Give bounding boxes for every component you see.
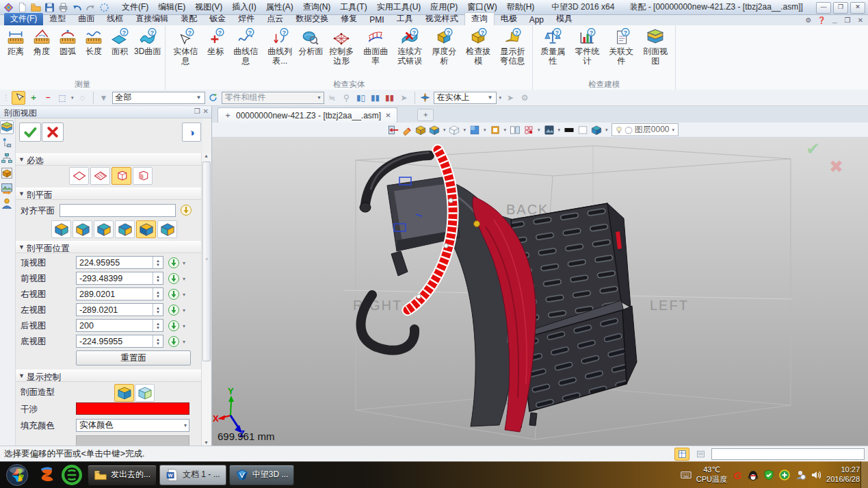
status-table-toggle-icon[interactable] (674, 448, 689, 461)
spinner-icon[interactable]: ▲▼ (153, 257, 163, 268)
eraser-icon[interactable] (402, 125, 412, 136)
fill-color-dropdown[interactable]: 实体颜色▾ (76, 419, 189, 432)
ribbon-tab-5[interactable]: 直接编辑 (129, 13, 174, 25)
view-manager-icon[interactable] (1, 167, 13, 179)
pick-offset-green-icon[interactable] (168, 257, 180, 269)
ribbon-button-query-area[interactable]: ?面积 (107, 27, 133, 56)
doc-close-icon[interactable]: ✕ (856, 16, 865, 25)
wireframe-mode-caret-icon[interactable]: ▾ (463, 127, 466, 133)
box-section-icon[interactable] (111, 167, 131, 185)
new-file-icon[interactable] (16, 2, 28, 13)
remove-selection-button[interactable]: － (42, 92, 54, 104)
ribbon-tab-2[interactable]: 造型 (43, 13, 72, 25)
tray-user-icon[interactable] (795, 470, 806, 480)
print-icon[interactable] (57, 2, 69, 13)
menu-item-9[interactable]: 应用(P) (425, 0, 462, 14)
section-required-header[interactable]: ▼必选 (16, 153, 202, 166)
save-icon[interactable] (44, 2, 55, 13)
pick-offset-green-icon[interactable] (168, 304, 180, 316)
add-selection-button[interactable]: ＋ (27, 92, 40, 104)
plane-preset-4-icon[interactable] (115, 220, 135, 238)
ribbon-tab-14[interactable]: 视觉样式 (419, 13, 464, 25)
exit-environment-icon[interactable] (388, 125, 399, 136)
ribbon-button-bend-info[interactable]: ?显示折弯信息 (495, 27, 529, 66)
ribbon-button-query-entity[interactable]: ?实体信息 (168, 27, 202, 66)
snap-compass-icon[interactable] (419, 92, 432, 104)
ribbon-button-part-stats[interactable]: ?零件统计 (570, 27, 604, 66)
scroll-up-icon[interactable]: ▲ (202, 153, 211, 158)
scroll-thumb[interactable]: ≡ (202, 162, 211, 361)
field-options-caret-icon[interactable]: ▾ (183, 276, 185, 282)
taskbar-button-word[interactable]: W文档 1 - ... (159, 465, 226, 485)
window-split-icon[interactable] (510, 125, 521, 136)
plane-offset-right-input[interactable]: 289.0201▲▼ (76, 287, 163, 300)
plane-preset-1-icon[interactable] (51, 220, 71, 238)
pick-plane-gold-icon[interactable] (180, 204, 192, 216)
layer-dropdown[interactable]: ◯图层0000▾ (611, 123, 679, 136)
shade-edges-icon[interactable] (429, 125, 440, 136)
ribbon-button-query-curve[interactable]: ?曲线信息 (228, 27, 263, 66)
ribbon-button-query-3dsurface[interactable]: ?3D曲面 (133, 27, 162, 56)
start-button[interactable] (5, 463, 29, 487)
tray-shield-icon[interactable] (763, 470, 774, 480)
plane-preset-2-icon[interactable] (73, 220, 92, 238)
confirm-check-icon[interactable]: ✔ (806, 139, 820, 159)
ribbon-button-ruler-length[interactable]: 长度 (81, 27, 107, 56)
section-plane-header[interactable]: ▼剖平面 (16, 188, 202, 200)
background-caret-icon[interactable]: ▾ (538, 127, 540, 133)
open-file-icon[interactable] (30, 2, 42, 13)
ribbon-tab-10[interactable]: 数据交换 (289, 13, 334, 25)
plane-position-header[interactable]: ▼剖平面位置 (16, 241, 202, 253)
ribbon-button-section-view[interactable]: 剖面视图 (638, 27, 672, 66)
field-options-caret-icon[interactable]: ▾ (183, 307, 185, 313)
taskbar-button-folder[interactable]: 发出去的... (88, 465, 157, 485)
ribbon-tab-1[interactable]: 文件(F) (4, 13, 43, 25)
plane-offset-bottom-input[interactable]: -224.95955▲▼ (76, 335, 163, 348)
reset-plane-button[interactable]: 重置面 (76, 350, 191, 365)
volume-icon[interactable] (811, 470, 821, 480)
panel-close-icon[interactable]: ✕ (203, 107, 209, 115)
shade-mode-icon[interactable] (415, 125, 426, 136)
plane-preset-3-icon[interactable] (94, 220, 114, 238)
tray-antivirus-icon[interactable] (779, 470, 790, 480)
spinner-icon[interactable]: ▲▼ (153, 272, 163, 284)
menu-item-1[interactable]: 文件(F) (117, 0, 153, 14)
plane-section-icon[interactable] (69, 167, 89, 185)
menu-item-5[interactable]: 属性(A) (261, 0, 298, 14)
settings-gear-icon[interactable]: ⚙ (804, 16, 813, 25)
ribbon-button-query-coord[interactable]: ?坐标 (202, 27, 228, 56)
view-standard-icon[interactable] (469, 125, 480, 136)
ribbon-tab-12[interactable]: PMI (363, 15, 390, 25)
ribbon-tab-11[interactable]: 修复 (334, 13, 363, 25)
entity-filter-dropdown[interactable]: 全部▼ (112, 92, 205, 104)
document-tab[interactable]: ＋ 00000000new-421.Z3 - [tbzj2aa__.asm] ✕ (218, 107, 397, 123)
render-mode-icon[interactable] (544, 125, 555, 136)
new-tab-button[interactable]: ＋ (417, 109, 434, 121)
list-filter-2-icon[interactable]: ▮▮ (369, 92, 382, 104)
ribbon-tab-3[interactable]: 曲面 (72, 13, 101, 25)
pick-box-button[interactable]: ⬚ (56, 92, 68, 104)
ribbon-tab-9[interactable]: 点云 (261, 13, 289, 25)
undo-icon[interactable] (71, 2, 83, 13)
doc-restore-icon[interactable]: ❐ (843, 16, 852, 25)
ribbon-button-query-curvelist[interactable]: ?曲线列表... (263, 27, 297, 66)
snap-dropdown[interactable]: 在实体上▼ (434, 92, 497, 104)
section-view-strip-icon[interactable] (0, 120, 14, 134)
keyboard-tray-icon[interactable] (681, 470, 692, 480)
spinner-icon[interactable]: ▲▼ (153, 304, 163, 316)
history-tree-icon[interactable] (1, 137, 13, 149)
cancel-button[interactable] (42, 123, 64, 142)
ribbon-button-draft-check[interactable]: ?检查拔模 (461, 27, 495, 66)
menu-item-7[interactable]: 工具(T) (335, 0, 371, 14)
ribbon-tab-16[interactable]: 电极 (495, 13, 523, 25)
ribbon-button-continuity-error[interactable]: ?连续方式错误 (393, 27, 427, 66)
ribbon-tab-18[interactable]: 模具 (550, 13, 579, 25)
redo-icon[interactable] (85, 2, 96, 13)
section-display-icon[interactable] (591, 125, 602, 136)
taskbar-button-zw3d[interactable]: 中望3D ... (229, 465, 295, 485)
pick-offset-green-icon[interactable] (168, 288, 180, 300)
close-button[interactable]: ✕ (850, 2, 865, 14)
layer-caret-icon[interactable]: ▾ (672, 127, 674, 133)
fill-color-swatch[interactable] (76, 435, 189, 446)
plane-preset-5-icon[interactable] (136, 220, 156, 238)
